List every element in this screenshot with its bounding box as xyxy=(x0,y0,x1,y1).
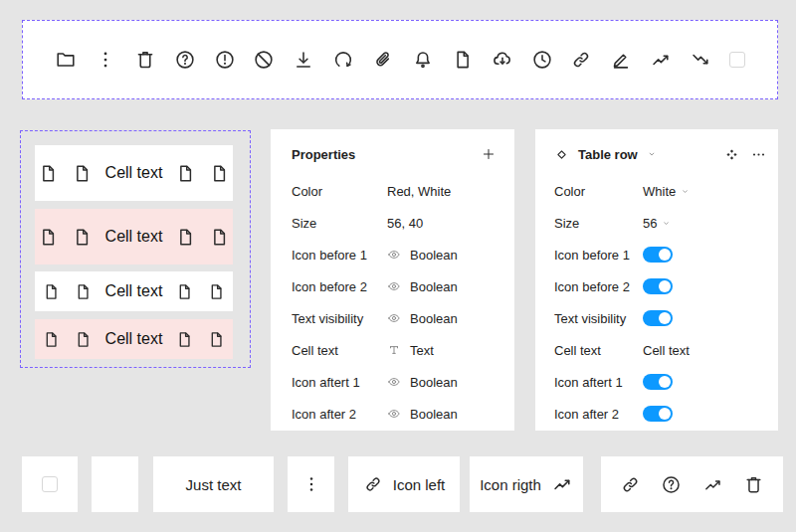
toolbar-refresh[interactable] xyxy=(332,49,354,71)
property-label: Icon after 2 xyxy=(292,407,387,422)
more-options-button[interactable] xyxy=(751,147,766,162)
file-icon xyxy=(207,330,226,349)
property-type: Text xyxy=(410,343,434,358)
properties-rows: ColorRed, WhiteSize56, 40Icon before 1Bo… xyxy=(271,175,514,430)
property-row-cell-text[interactable]: Cell textText xyxy=(271,334,514,366)
file-icon xyxy=(74,282,93,301)
text-style-icon xyxy=(387,343,401,357)
property-label: Size xyxy=(292,216,387,231)
cell-trash[interactable] xyxy=(743,474,764,495)
checkbox-empty[interactable] xyxy=(729,52,745,68)
bottom-cell-icon-text[interactable]: Icon left xyxy=(348,456,460,512)
size-dropdown[interactable]: 56 xyxy=(643,216,672,231)
table-preview-group[interactable]: Cell textCell textCell textCell text xyxy=(20,130,251,368)
property-row-size[interactable]: Size56, 40 xyxy=(271,207,514,239)
eye-icon xyxy=(387,407,401,421)
table-row-preview[interactable]: Cell text xyxy=(35,319,233,359)
property-label: Icon aftert 1 xyxy=(292,375,387,390)
bottom-cell-checkbox[interactable] xyxy=(22,456,78,512)
icon-after-2-toggle[interactable] xyxy=(643,406,673,422)
instance-label: Icon before 1 xyxy=(554,248,643,263)
cell-trending-up[interactable] xyxy=(702,474,723,495)
toolbar-warning[interactable] xyxy=(214,49,236,71)
eye-icon xyxy=(387,311,401,325)
property-type: Boolean xyxy=(410,375,458,390)
toolbar-download[interactable] xyxy=(293,49,314,71)
file-icon xyxy=(207,282,226,301)
toolbar-clock[interactable] xyxy=(531,49,553,71)
property-type: Boolean xyxy=(410,407,458,422)
download-icon xyxy=(293,49,314,71)
chevron-down-icon xyxy=(661,218,672,229)
toolbar-bell[interactable] xyxy=(412,49,434,71)
toolbar-kebab-menu[interactable] xyxy=(95,49,116,71)
property-type: Red, White xyxy=(387,184,451,199)
table-row-preview[interactable]: Cell text xyxy=(35,145,233,201)
icon-before-2-toggle[interactable] xyxy=(643,278,673,294)
bottom-cell-text[interactable]: Just text xyxy=(153,456,274,512)
help-icon xyxy=(661,474,682,495)
toolbar-link[interactable] xyxy=(570,49,592,71)
bottom-cell-icon[interactable] xyxy=(288,456,334,512)
cell-link[interactable] xyxy=(620,474,641,495)
cell-label: Icon left xyxy=(393,476,446,493)
properties-panel: Properties ColorRed, WhiteSize56, 40Icon… xyxy=(271,129,514,431)
checkbox-empty[interactable] xyxy=(42,476,58,492)
instance-row-text-visibility: Text visibility xyxy=(535,302,778,334)
dropdown-value: White xyxy=(643,184,676,199)
property-type: Boolean xyxy=(410,279,458,294)
instance-rows: ColorWhiteSize56Icon before 1Icon before… xyxy=(535,175,778,430)
property-row-icon-aftert-1[interactable]: Icon aftert 1Boolean xyxy=(271,366,514,398)
color-dropdown[interactable]: White xyxy=(643,184,691,199)
edit-icon xyxy=(610,49,632,71)
property-row-icon-before-1[interactable]: Icon before 1Boolean xyxy=(271,239,514,270)
toolbar-help[interactable] xyxy=(174,49,196,71)
file-icon xyxy=(209,227,230,248)
toolbar-trending-down[interactable] xyxy=(690,49,711,71)
add-property-button[interactable] xyxy=(481,146,497,162)
property-row-color[interactable]: ColorRed, White xyxy=(271,175,514,207)
toolbar-edit[interactable] xyxy=(610,49,632,71)
instance-label: Size xyxy=(554,216,643,231)
text-visibility-toggle[interactable] xyxy=(643,310,673,326)
eye-icon xyxy=(387,248,401,262)
property-row-icon-before-2[interactable]: Icon before 2Boolean xyxy=(271,270,514,302)
property-row-text-visibility[interactable]: Text visibilityBoolean xyxy=(271,302,514,334)
toolbar-block[interactable] xyxy=(253,49,275,71)
bottom-cell-icons[interactable] xyxy=(601,456,783,512)
cell-label: Icon rigth xyxy=(480,476,541,493)
folder-icon xyxy=(55,49,77,71)
instance-row-color: ColorWhite xyxy=(535,175,778,207)
trash-icon xyxy=(743,474,764,495)
icon-before-1-toggle[interactable] xyxy=(643,247,673,263)
bottom-cell-empty[interactable] xyxy=(92,456,138,512)
icon-aftert-1-toggle[interactable] xyxy=(643,374,673,390)
file-icon xyxy=(209,163,230,184)
toolbar-file[interactable] xyxy=(452,49,474,71)
table-row-preview[interactable]: Cell text xyxy=(35,209,233,265)
file-icon xyxy=(42,330,61,349)
cell-help[interactable] xyxy=(661,474,682,495)
toolbar-paperclip[interactable] xyxy=(372,49,394,71)
warning-icon xyxy=(214,49,236,71)
file-icon xyxy=(175,227,196,248)
trending-up-icon xyxy=(551,473,573,495)
swap-instance-button[interactable] xyxy=(725,148,738,161)
instance-header: Table row xyxy=(535,129,778,175)
instance-row-cell-text: Cell textCell text xyxy=(535,334,778,366)
instance-title[interactable]: Table row xyxy=(578,147,638,162)
property-type: 56, 40 xyxy=(387,216,423,231)
toolbar-trash[interactable] xyxy=(134,49,156,71)
toolbar-folder[interactable] xyxy=(55,49,77,71)
cell-label: Just text xyxy=(186,476,242,493)
instance-label: Icon before 2 xyxy=(554,279,643,294)
property-row-icon-after-2[interactable]: Icon after 2Boolean xyxy=(271,398,514,430)
toolbar-cloud-download[interactable] xyxy=(492,49,513,71)
file-icon xyxy=(175,282,194,301)
cell-text-value[interactable]: Cell text xyxy=(643,343,690,358)
bottom-cell-text-icon[interactable]: Icon rigth xyxy=(470,456,583,512)
table-row-preview[interactable]: Cell text xyxy=(35,271,233,311)
cell-text: Cell text xyxy=(105,228,163,246)
toolbar-trending-up[interactable] xyxy=(650,49,672,71)
file-icon xyxy=(175,330,194,349)
